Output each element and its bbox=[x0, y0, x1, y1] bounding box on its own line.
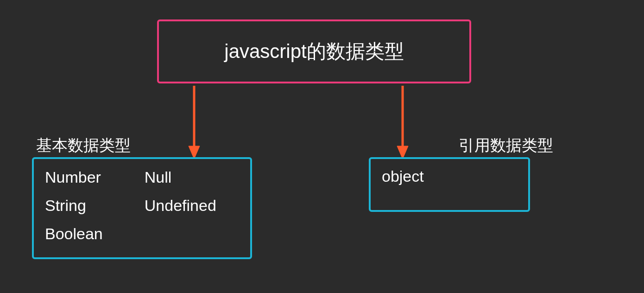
type-number: Number bbox=[45, 168, 103, 186]
type-undefined: Undefined bbox=[145, 197, 216, 215]
type-string: String bbox=[45, 197, 103, 215]
arrow-right bbox=[396, 86, 410, 159]
root-node: javascript的数据类型 bbox=[157, 19, 471, 83]
root-title: javascript的数据类型 bbox=[224, 38, 404, 64]
type-null: Null bbox=[145, 168, 216, 186]
reference-types-label: 引用数据类型 bbox=[459, 135, 553, 156]
reference-types-box: object bbox=[369, 157, 530, 212]
basic-types-box: Number String Boolean Null Undefined bbox=[32, 157, 252, 259]
type-boolean: Boolean bbox=[45, 225, 103, 243]
basic-types-label: 基本数据类型 bbox=[36, 135, 131, 156]
arrow-left bbox=[187, 86, 201, 159]
type-object: object bbox=[382, 167, 424, 185]
basic-col-1: Number String Boolean bbox=[45, 168, 103, 243]
basic-col-2: Null Undefined bbox=[140, 168, 216, 243]
